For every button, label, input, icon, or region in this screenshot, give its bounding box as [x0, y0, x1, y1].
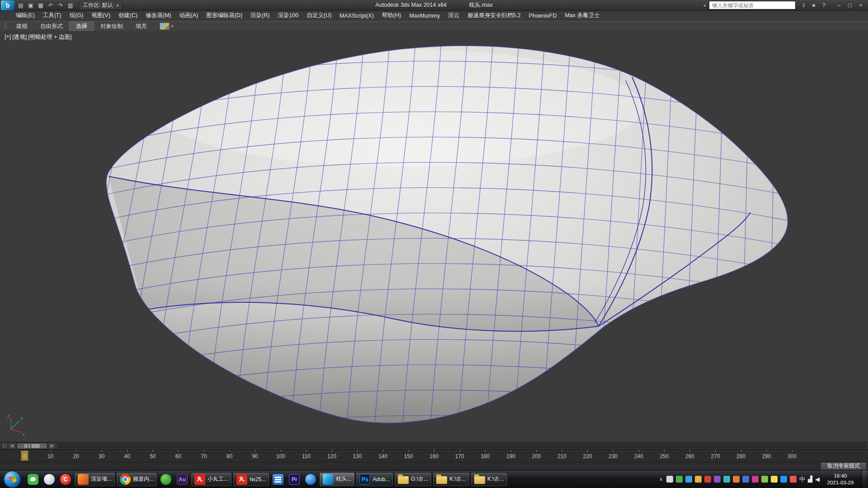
- tray-icon-4[interactable]: [695, 476, 702, 483]
- new-scene-icon[interactable]: ▤: [16, 1, 25, 9]
- menu-item-11[interactable]: MAXScript(X): [335, 11, 378, 20]
- volume-icon[interactable]: ◀: [815, 476, 820, 483]
- green-app-button[interactable]: [158, 473, 174, 486]
- tray-icon-8[interactable]: [733, 476, 740, 483]
- previous-frame-button[interactable]: ◂: [9, 443, 16, 449]
- menu-item-6[interactable]: 动画(A): [175, 11, 202, 20]
- help-icon[interactable]: ?: [820, 1, 828, 9]
- mini-trackbar-icon[interactable]: [1, 443, 8, 449]
- perspective-viewport[interactable]: [+] [透视] [明暗处理 + 边面]: [0, 31, 868, 442]
- redo-icon[interactable]: ↷: [56, 1, 65, 9]
- viewport-canvas[interactable]: [0, 31, 868, 442]
- menu-item-7[interactable]: 图形编辑器(D): [202, 11, 246, 20]
- network-icon[interactable]: ▟: [808, 476, 812, 483]
- tray-icon-9[interactable]: [742, 476, 749, 483]
- close-button[interactable]: ×: [855, 1, 866, 10]
- menu-item-13[interactable]: MaxMummy: [405, 11, 444, 20]
- menu-item-17[interactable]: Max 杀毒卫士: [561, 11, 604, 20]
- ruler-tick: [741, 450, 741, 452]
- open-file-icon[interactable]: ▣: [26, 1, 35, 9]
- undo-icon[interactable]: ↶: [46, 1, 55, 9]
- xiaowan-window-2[interactable]: 丸№25...: [233, 472, 269, 487]
- language-indicator[interactable]: 中: [799, 476, 805, 483]
- menu-item-8[interactable]: 渲染(R): [246, 11, 274, 20]
- menu-item-1[interactable]: 工具(T): [39, 11, 66, 20]
- premiere-button[interactable]: Pr: [287, 473, 302, 486]
- max-logo-icon[interactable]: b: [1, 0, 14, 10]
- tray-icon-2[interactable]: [676, 476, 683, 483]
- time-slider-track[interactable]: [58, 443, 867, 448]
- chrome-window[interactable]: 频道内...: [116, 472, 157, 487]
- tray-icon-3[interactable]: [685, 476, 692, 483]
- xiaowan-window-1[interactable]: 丸小丸工...: [191, 472, 232, 487]
- ribbon-tab-4[interactable]: 填充: [129, 22, 153, 30]
- premiere-button-icon: Pr: [289, 474, 300, 485]
- tray-icon-13[interactable]: [780, 476, 787, 483]
- menu-item-12[interactable]: 帮助(H): [378, 11, 405, 20]
- viewport-menu-plus[interactable]: [+]: [5, 33, 11, 41]
- ribbon-tab-0[interactable]: 建模: [10, 22, 34, 30]
- viewport-menu-shading[interactable]: [明暗处理 + 边面]: [28, 33, 71, 41]
- tray-icon-1[interactable]: [666, 476, 673, 483]
- tray-icon-6[interactable]: [714, 476, 721, 483]
- workspace-selector[interactable]: 工作区: 默认 ▾: [79, 1, 123, 10]
- red-browser-button[interactable]: C: [58, 473, 73, 486]
- ruler-label: 220: [583, 453, 592, 460]
- tray-icon-7[interactable]: [723, 476, 730, 483]
- minimize-button[interactable]: –: [834, 1, 844, 10]
- menu-item-5[interactable]: 修改器(M): [142, 11, 175, 20]
- select-link-icon[interactable]: ▧: [66, 1, 75, 9]
- viewport-menu-view[interactable]: [透视]: [12, 33, 27, 41]
- show-desktop-button[interactable]: [861, 470, 867, 488]
- ruler-label: 80: [226, 453, 232, 460]
- favorites-icon[interactable]: ★: [810, 1, 818, 9]
- ribbon-tab-2[interactable]: 选择: [69, 22, 94, 31]
- folder-window-k2[interactable]: K:\古...: [471, 472, 508, 487]
- tray-icon-5[interactable]: [704, 476, 711, 483]
- collapse-arrow-icon[interactable]: ▸: [703, 3, 708, 8]
- time-slider-handle[interactable]: 0 / 300: [17, 443, 47, 449]
- tray-icon-12[interactable]: [771, 476, 778, 483]
- taskbar-items: C渲染项...频道内...Au丸小丸工...丸№25...Pr枕头...PsAd…: [25, 470, 508, 488]
- ribbon-options[interactable]: ▾: [160, 23, 174, 30]
- folder-window-g-icon: [398, 476, 409, 484]
- light-ball-button[interactable]: [42, 473, 57, 486]
- next-frame-button[interactable]: ▸: [48, 443, 56, 449]
- menu-item-0[interactable]: 编辑(E): [12, 11, 39, 20]
- menu-item-3[interactable]: 视图(V): [87, 11, 114, 20]
- wechat-button[interactable]: [25, 473, 41, 486]
- ruler-label: 190: [506, 453, 515, 460]
- taskbar-clock[interactable]: 16:40 2021-03-29: [824, 473, 857, 486]
- tray-expand-icon[interactable]: ∧: [658, 476, 664, 482]
- search-input[interactable]: [709, 1, 796, 9]
- tray-icon-10[interactable]: [752, 476, 759, 483]
- start-button[interactable]: [4, 471, 21, 488]
- tray-icon-14[interactable]: [790, 476, 797, 483]
- menu-item-16[interactable]: PhoenixFD: [525, 11, 561, 20]
- ribbon-tab-1[interactable]: 自由形式: [34, 22, 69, 30]
- menu-item-14[interactable]: 渲云: [444, 11, 463, 20]
- maximize-button[interactable]: □: [844, 1, 855, 10]
- communication-center-icon[interactable]: ⇩: [800, 1, 808, 9]
- audition-button[interactable]: Au: [175, 473, 190, 486]
- menu-item-15[interactable]: 极速瘦身安全归档5.2: [463, 11, 524, 20]
- menu-item-10[interactable]: 自定义(U): [302, 11, 335, 20]
- menu-item-2[interactable]: 组(G): [66, 11, 88, 20]
- folder-window-k1[interactable]: K:\古...: [433, 472, 470, 487]
- save-file-icon[interactable]: ▦: [36, 1, 45, 9]
- ribbon-grip[interactable]: [5, 23, 6, 29]
- ruler-label: 30: [99, 453, 104, 460]
- time-ruler[interactable]: 0102030405060708090100110120130140150160…: [0, 449, 868, 462]
- audition-button-icon: Au: [177, 474, 188, 485]
- ribbon-tab-3[interactable]: 对象绘制: [94, 22, 129, 30]
- menu-item-9[interactable]: 渲染100: [274, 11, 302, 20]
- photoshop-window[interactable]: PsAdob...: [356, 472, 393, 487]
- cancel-expert-mode-button[interactable]: 取消专家模式: [821, 462, 867, 470]
- tray-icon-11[interactable]: [761, 476, 768, 483]
- blue-tool-button[interactable]: [270, 473, 286, 486]
- folder-window-g[interactable]: G:\古...: [394, 472, 432, 487]
- render-app-window[interactable]: 渲染项...: [74, 472, 115, 487]
- blue-ball-button[interactable]: [303, 473, 318, 486]
- menu-item-4[interactable]: 创建(C): [114, 11, 142, 20]
- max-window[interactable]: 枕头...: [319, 472, 355, 487]
